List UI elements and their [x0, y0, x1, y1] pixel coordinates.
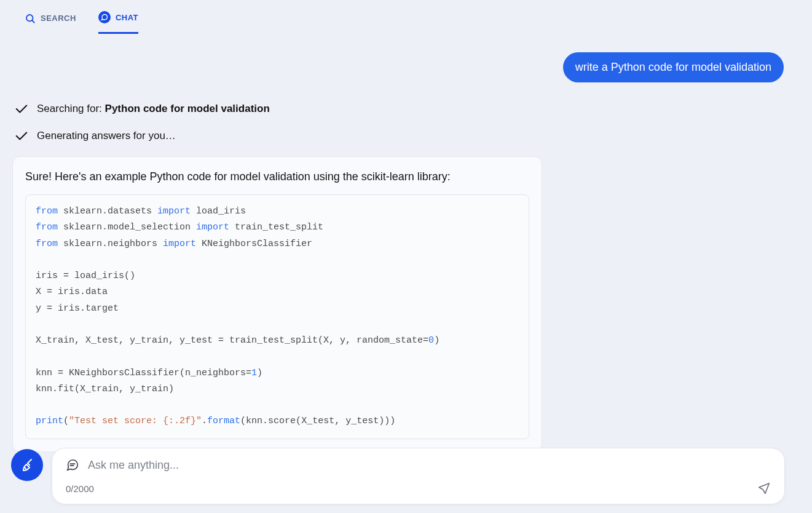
status-searching: Searching for: Python code for model val…	[12, 102, 787, 116]
broom-icon	[20, 458, 34, 472]
code-txt: sklearn.datasets	[58, 206, 157, 217]
top-tabs: SEARCH CHAT	[0, 0, 812, 34]
code-txt: load_iris	[191, 206, 246, 217]
check-icon	[15, 129, 28, 143]
code-kw: import	[163, 239, 196, 249]
send-button[interactable]	[757, 482, 771, 495]
user-message-text: write a Python code for model validation	[575, 61, 771, 73]
code-kw: from	[36, 239, 58, 249]
code-txt: train_test_split	[229, 222, 323, 233]
composer-area: 0/2000	[11, 448, 785, 504]
code-txt: .	[202, 416, 207, 426]
status-searching-prefix: Searching for:	[37, 103, 105, 114]
conversation: write a Python code for model validation…	[0, 34, 812, 452]
composer-row	[66, 458, 771, 472]
status-searching-query: Python code for model validation	[105, 103, 270, 114]
user-message-bubble: write a Python code for model validation	[563, 52, 784, 82]
check-icon	[15, 102, 28, 116]
code-txt: sklearn.neighbors	[58, 239, 163, 249]
code-txt: KNeighborsClassifier	[196, 239, 312, 249]
svg-line-2	[25, 467, 26, 469]
code-fn: format	[207, 416, 240, 426]
code-fn: print	[36, 416, 63, 426]
code-block: from sklearn.datasets import load_iris f…	[25, 194, 529, 439]
code-kw: from	[36, 222, 58, 233]
code-num: 0	[428, 335, 434, 346]
user-message-row: write a Python code for model validation	[12, 52, 787, 82]
composer-footer: 0/2000	[66, 482, 771, 495]
status-generating: Generating answers for you…	[12, 129, 787, 143]
chat-outline-icon	[66, 458, 79, 472]
chat-icon	[98, 11, 111, 23]
tab-search[interactable]: SEARCH	[25, 13, 76, 33]
svg-line-1	[32, 20, 34, 23]
code-txt: (	[63, 416, 69, 426]
status-searching-text: Searching for: Python code for model val…	[37, 103, 270, 115]
code-txt: iris = load_iris()	[36, 271, 135, 281]
tab-search-label: SEARCH	[41, 14, 76, 23]
code-num: 1	[251, 368, 257, 378]
code-txt: knn = KNeighborsClassifier(n_neighbors=	[36, 368, 251, 378]
code-str: "Test set score: {:.2f}"	[69, 416, 202, 426]
tab-chat-label: CHAT	[116, 13, 138, 22]
code-txt: )	[257, 368, 262, 378]
code-txt: )	[434, 335, 440, 346]
assistant-intro: Sure! Here's an example Python code for …	[25, 170, 529, 183]
composer-input[interactable]	[88, 459, 771, 472]
new-topic-button[interactable]	[11, 449, 43, 481]
search-icon	[25, 13, 36, 24]
code-kw: import	[196, 222, 229, 233]
tab-chat[interactable]: CHAT	[98, 11, 138, 34]
code-kw: from	[36, 206, 58, 217]
status-generating-text: Generating answers for you…	[37, 130, 176, 142]
code-txt: knn.fit(X_train, y_train)	[36, 384, 174, 394]
code-txt: X = iris.data	[36, 287, 108, 297]
code-txt: (knn.score(X_test, y_test)))	[240, 416, 395, 426]
char-counter: 0/2000	[66, 483, 94, 494]
code-txt: X_train, X_test, y_train, y_test = train…	[36, 335, 428, 346]
assistant-card: Sure! Here's an example Python code for …	[12, 156, 542, 452]
code-txt: sklearn.model_selection	[58, 222, 196, 233]
composer: 0/2000	[52, 448, 785, 504]
code-kw: import	[157, 206, 191, 217]
code-txt: y = iris.target	[36, 303, 119, 314]
